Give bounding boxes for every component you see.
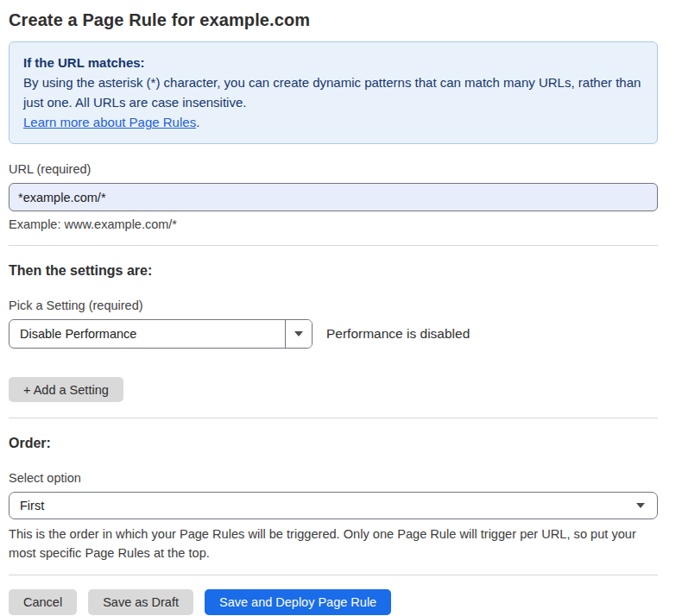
url-input[interactable] — [9, 183, 658, 211]
url-field-label: URL (required) — [9, 162, 658, 176]
order-help-text: This is the order in which your Page Rul… — [9, 525, 652, 563]
chevron-down-icon — [636, 503, 645, 508]
save-and-deploy-button[interactable]: Save and Deploy Page Rule — [205, 589, 391, 615]
link-suffix: . — [196, 115, 199, 129]
info-box-link-line: Learn more about Page Rules. — [23, 112, 643, 132]
info-box-heading: If the URL matches: — [23, 53, 643, 72]
setting-select-arrow-button[interactable] — [285, 320, 312, 348]
order-section-heading: Order: — [9, 436, 658, 451]
settings-section-heading: Then the settings are: — [9, 263, 658, 279]
add-setting-button[interactable]: + Add a Setting — [9, 377, 123, 402]
setting-status-text: Performance is disabled — [326, 326, 470, 342]
order-select-value: First — [9, 499, 636, 512]
order-select-caret — [636, 503, 657, 508]
cancel-button[interactable]: Cancel — [9, 589, 77, 615]
chevron-down-icon — [294, 331, 303, 336]
url-matches-info-box: If the URL matches: By using the asteris… — [9, 41, 658, 144]
pick-setting-label: Pick a Setting (required) — [9, 299, 658, 312]
footer-actions: Cancel Save as Draft Save and Deploy Pag… — [9, 589, 658, 615]
page-title: Create a Page Rule for example.com — [9, 10, 658, 30]
page-rule-form: Create a Page Rule for example.com If th… — [9, 10, 658, 615]
save-as-draft-button[interactable]: Save as Draft — [88, 589, 193, 615]
learn-more-link[interactable]: Learn more about Page Rules — [23, 115, 196, 129]
order-select-label: Select option — [9, 471, 658, 485]
order-select[interactable]: First — [9, 492, 658, 519]
divider — [9, 418, 658, 418]
setting-select-value: Disable Performance — [9, 320, 285, 348]
setting-picker-row: Disable Performance Performance is disab… — [9, 319, 658, 349]
url-example-text: Example: www.example.com/* — [9, 217, 658, 231]
setting-select[interactable]: Disable Performance — [9, 319, 313, 349]
divider — [9, 245, 658, 246]
divider — [9, 575, 658, 575]
info-box-body: By using the asterisk (*) character, you… — [23, 72, 643, 112]
